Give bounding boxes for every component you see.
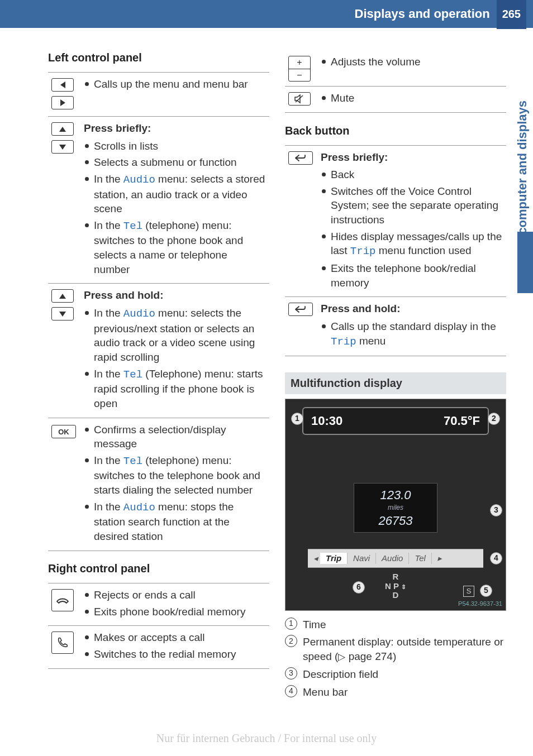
arrow-up-icon [51, 289, 74, 303]
heading-back-button: Back button [285, 123, 506, 138]
menu-item-trip: Trip [320, 553, 348, 564]
list-item: Scrolls in lists [84, 139, 266, 154]
arrow-right-icon [51, 96, 74, 109]
side-tab-label: On-board computer and displays [514, 101, 531, 293]
menu-link: Trip [350, 245, 376, 257]
back2-list: Calls up the standard display in the Tri… [321, 319, 503, 349]
figure-callout-3: 3 [490, 504, 502, 516]
list-item: In the Tel (telephone) menu: switches to… [84, 218, 266, 277]
row5-list: Rejects or ends a callExits phone book/r… [84, 588, 266, 619]
callout-item: 2Permanent display: outside temperature … [285, 635, 506, 664]
menu-arrow-left-icon: ◂ [308, 553, 320, 564]
callout-text: Description field [303, 667, 378, 682]
callout-number: 3 [285, 667, 297, 680]
volume-down-icon: − [289, 69, 310, 82]
heading-multifunction-display: Multifunction display [285, 372, 506, 394]
list-item: Switches off the Voice Control System; s… [321, 184, 503, 227]
menu-item-navi: Navi [348, 553, 376, 564]
menu-link: Tel [123, 220, 142, 232]
callout-item: 3Description field [285, 667, 506, 682]
figure-callout-legend: 1Time2Permanent display: outside tempera… [285, 618, 506, 700]
arrow-left-icon [51, 78, 74, 92]
list-item: Hides display messages/calls up the last… [321, 229, 503, 259]
list-item: Selects a submenu or function [84, 155, 266, 170]
menu-link: Audio [123, 308, 155, 320]
list-item: Switches to the redial memory [84, 647, 266, 662]
list-item: In the Audio menu: selects the previous/… [84, 306, 266, 365]
page-number: 265 [497, 0, 526, 29]
callout-item: 1Time [285, 618, 506, 632]
list-item: In the Tel (telephone) menu: switches to… [84, 453, 266, 497]
back-button-icon [288, 303, 313, 316]
press-briefly-label: Press briefly: [321, 150, 503, 165]
menu-item-tel: Tel [409, 553, 431, 564]
list-item: Calls up the menu and menu bar [84, 77, 266, 92]
figure-callout-5: 5 [480, 585, 492, 597]
list-item: In the Audio menu: stops the station sea… [84, 500, 266, 544]
up-down-arrow-keys [51, 289, 77, 323]
callout-number: 4 [285, 685, 297, 697]
figure-callout-2: 2 [488, 413, 500, 425]
volume-up-icon: + [289, 56, 310, 69]
list-item: Makes or accepts a call [84, 630, 266, 645]
list-item: Rejects or ends a call [84, 588, 266, 602]
callout-text: Menu bar [303, 685, 348, 700]
menu-link: Audio [123, 501, 155, 514]
back-button-table: Press briefly: BackSwitches off the Voic… [285, 145, 506, 357]
back1-list: BackSwitches off the Voice Control Syste… [321, 168, 503, 290]
right-column: + − Adjusts the volume Mute [285, 50, 506, 702]
menu-arrow-right-icon: ▸ [432, 553, 444, 564]
display-time: 10:30 [311, 413, 342, 429]
figure-callout-1: 1 [291, 413, 303, 425]
display-menu-bar: ◂ Trip Navi Audio Tel ▸ [308, 549, 483, 568]
callout-number: 2 [285, 635, 297, 647]
page-header: Displays and operation 265 [0, 0, 533, 28]
section-side-tab: On-board computer and displays [512, 36, 533, 293]
right-control-table-cont: + − Adjusts the volume Mute [285, 50, 506, 113]
callout-number: 1 [285, 618, 297, 630]
list-item: Back [321, 168, 503, 182]
callout-text: Permanent display: outside temperature o… [303, 635, 506, 664]
multifunction-display-figure: 10:30 70.5°F 123.0 miles 26753 ◂ Trip Na… [285, 399, 506, 611]
row2-list: Scrolls in listsSelects a submenu or fun… [84, 139, 266, 277]
press-and-hold-label: Press and hold: [84, 288, 266, 303]
list-item: Adjusts the volume [321, 55, 503, 69]
accept-phone-icon [51, 631, 74, 654]
ok-button-icon: OK [51, 425, 76, 438]
list-item: In the Audio menu: selects a stored stat… [84, 172, 266, 216]
arrow-up-icon [51, 122, 74, 136]
left-column: Left control panel Calls up the menu and… [48, 50, 269, 702]
volume-rocker-icon: + − [288, 56, 311, 82]
hangup-phone-icon [51, 589, 74, 611]
row3-list: In the Audio menu: selects the previous/… [84, 306, 266, 410]
figure-callout-6: 6 [353, 581, 365, 594]
list-item: Calls up the standard display in the Tri… [321, 319, 503, 349]
list-item: Exits phone book/redial memory [84, 605, 266, 619]
back-button-icon [288, 151, 313, 165]
heading-left-control-panel: Left control panel [48, 50, 269, 65]
callout-text: Time [303, 618, 326, 632]
display-gear-indicator: R N P ⇕ D [385, 572, 406, 600]
display-temperature: 70.5°F [444, 413, 480, 429]
menu-link: Tel [123, 369, 142, 381]
heading-right-control-panel: Right control panel [48, 561, 269, 576]
watermark-text: Nur für internen Gebrauch / For internal… [0, 731, 533, 746]
left-control-table: Calls up the menu and menu bar Press bri… [48, 72, 269, 551]
up-down-arrow-keys [51, 122, 77, 156]
header-title: Displays and operation [355, 6, 497, 22]
menu-link: Audio [123, 174, 155, 186]
menu-item-audio: Audio [376, 553, 409, 564]
arrow-down-icon [51, 140, 74, 154]
list-item: Confirms a selection/display message [84, 423, 266, 451]
display-s-badge: S [463, 586, 474, 597]
left-right-arrow-keys [51, 78, 77, 112]
row4-list: Confirms a selection/display messageIn t… [84, 423, 266, 544]
menu-link: Trip [331, 336, 356, 348]
press-and-hold-label: Press and hold: [321, 302, 503, 316]
menu-link: Tel [123, 455, 142, 467]
list-item: Mute [321, 91, 503, 106]
list-item: Exits the telephone book/redial memory [321, 261, 503, 290]
list-item: In the Tel (Telephone) menu: starts rapi… [84, 367, 266, 411]
row6-list: Makes or accepts a callSwitches to the r… [84, 630, 266, 661]
mute-icon [288, 92, 311, 106]
